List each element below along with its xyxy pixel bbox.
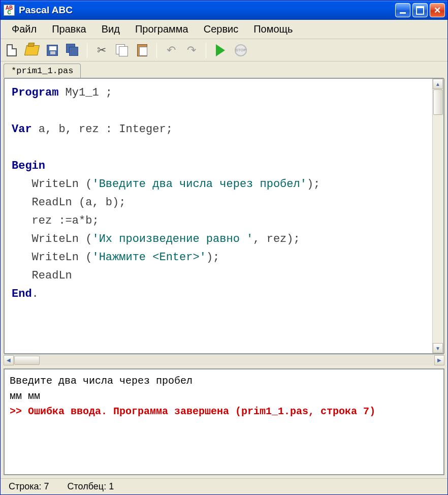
console-error-line: >> Ошибка ввода. Программа завершена (pr… [10,404,438,419]
scroll-thumb[interactable] [14,356,40,365]
toolbar-separator [206,43,206,58]
code-editor[interactable]: Program My1_1 ; Var a, b, rez : Integer;… [4,78,444,354]
menu-help[interactable]: Помощь [246,21,300,37]
toolbar: ✂ ↶ ↷ STOP [1,39,447,61]
console-line: Введите два числа через пробел [10,374,438,389]
menu-view[interactable]: Вид [94,21,127,37]
stop-icon: STOP [235,44,247,56]
redo-icon: ↷ [187,44,196,57]
open-folder-icon [24,45,40,55]
save-button[interactable] [44,42,60,58]
toolbar-separator [87,43,87,58]
open-file-button[interactable] [24,42,40,58]
scroll-thumb[interactable] [433,89,443,115]
redo-button[interactable]: ↷ [183,42,200,58]
save-all-icon [66,44,79,57]
file-tab[interactable]: *prim1_1.pas [4,64,81,78]
copy-button[interactable] [114,42,130,58]
menu-file[interactable]: Файл [5,21,44,37]
app-icon: ABC [4,5,15,16]
run-button[interactable] [212,42,229,58]
new-file-button[interactable] [4,42,20,58]
maximize-button[interactable] [412,3,428,17]
statusbar: Строка: 7 Столбец: 1 [1,478,447,494]
toolbar-separator [156,43,157,58]
horizontal-scrollbar[interactable]: ◀ ▶ [4,354,444,365]
editor-content[interactable]: Program My1_1 ; Var a, b, rez : Integer;… [5,79,432,353]
status-column: Столбец: 1 [65,480,117,493]
scroll-down-button[interactable]: ▼ [433,343,443,353]
scroll-up-button[interactable]: ▲ [433,79,443,89]
main-window: ABC Pascal ABC Файл Правка Вид Программа… [0,0,448,495]
menu-edit[interactable]: Правка [45,21,93,37]
undo-button[interactable]: ↶ [163,42,179,58]
play-icon [216,44,225,56]
console-line: мм мм [10,389,438,404]
undo-icon: ↶ [167,44,176,57]
paste-button[interactable] [134,42,150,58]
close-button[interactable] [430,3,445,17]
status-line: Строка: 7 [6,480,52,493]
paste-icon [137,44,147,56]
copy-icon [116,44,128,56]
output-console[interactable]: Введите два числа через пробел мм мм >> … [4,368,444,475]
window-controls [395,3,445,17]
tab-strip: *prim1_1.pas [1,61,447,78]
window-title: Pascal ABC [19,5,395,16]
menubar: Файл Правка Вид Программа Сервис Помощь [1,20,447,39]
cut-button[interactable]: ✂ [93,42,110,58]
menu-program[interactable]: Программа [128,21,196,37]
stop-button[interactable]: STOP [233,42,249,58]
titlebar[interactable]: ABC Pascal ABC [1,1,447,20]
save-all-button[interactable] [65,42,81,58]
scroll-right-button[interactable]: ▶ [434,355,444,365]
new-file-icon [7,44,17,56]
scissors-icon: ✂ [97,44,106,57]
menu-service[interactable]: Сервис [197,21,246,37]
minimize-button[interactable] [395,3,410,17]
scroll-track[interactable] [433,115,443,343]
vertical-scrollbar[interactable]: ▲ ▼ [432,79,443,353]
scroll-left-button[interactable]: ◀ [4,355,14,365]
save-icon [47,45,58,56]
